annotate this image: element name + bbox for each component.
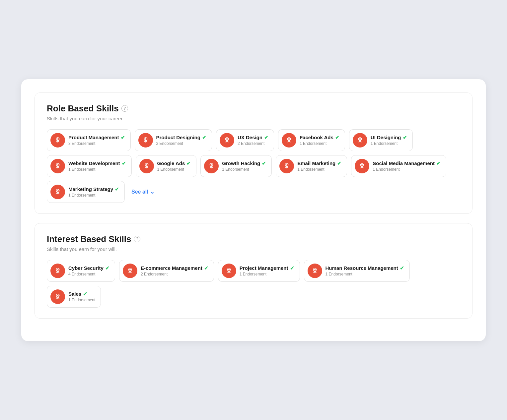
skill-name: Growth Hacking ✔ [222,160,266,166]
skill-info: E-commerce Management ✔ 2 Endorsement [141,265,208,276]
skill-name: Product Management ✔ [68,135,125,141]
skill-endorsement: 2 Endorsement [141,272,208,276]
skill-badge[interactable]: Website Development ✔ 1 Endorsement [47,155,132,177]
skill-name: Facebook Ads ✔ [300,135,339,141]
skill-endorsement: 2 Endorsement [238,141,268,146]
skill-badge[interactable]: E-commerce Management ✔ 2 Endorsement [119,260,214,282]
see-all-label: See all [131,189,148,195]
check-icon: ✔ [403,135,407,141]
chevron-down-icon: ⌄ [150,189,154,195]
role-title-text: Role Based Skills [47,103,119,114]
skill-endorsement: 4 Endorsement [68,272,109,276]
svg-point-19 [361,164,363,166]
svg-point-13 [146,164,147,166]
check-icon: ✔ [115,186,119,192]
skill-endorsement: 1 Endorsement [240,272,294,276]
check-icon: ✔ [436,160,441,166]
svg-point-1 [57,138,59,140]
skill-badge[interactable]: Social Media Management ✔ 1 Endorsement [351,155,446,177]
skill-badge[interactable]: Google Ads ✔ 1 Endorsement [136,155,197,177]
skill-name: Marketing Strategy ✔ [68,186,119,192]
skill-icon [50,185,65,199]
skill-endorsement: 1 Endorsement [157,167,191,172]
check-icon: ✔ [186,160,191,166]
skill-info: Human Resource Management ✔ 1 Endorsemen… [326,265,404,276]
skill-endorsement: 1 Endorsement [222,167,266,172]
skill-badge[interactable]: Growth Hacking ✔ 1 Endorsement [200,155,272,177]
skill-icon [50,159,65,173]
skill-icon [139,159,154,173]
check-icon: ✔ [335,135,339,141]
svg-point-25 [129,269,131,270]
role-question-icon[interactable]: ? [121,105,128,112]
check-icon: ✔ [204,265,208,271]
skill-name: Product Designing ✔ [156,135,206,141]
svg-point-31 [57,295,59,296]
skill-icon [138,133,153,148]
skill-name: UI Designing ✔ [371,135,407,141]
check-icon: ✔ [337,160,341,166]
check-icon: ✔ [121,135,125,141]
skill-endorsement: 1 Endorsement [300,141,339,146]
skill-info: Sales ✔ 1 Endorsement [68,291,95,302]
interest-based-skills-title: Interest Based Skills ? [47,234,460,244]
skill-badge[interactable]: Project Management ✔ 1 Endorsement [218,260,300,282]
svg-point-21 [57,190,59,192]
skill-icon [222,264,236,278]
svg-point-17 [286,164,288,166]
skill-icon [282,133,296,148]
skill-info: UX Design ✔ 2 Endorsement [238,135,268,146]
interest-based-skills-section: Interest Based Skills ? Skills that you … [35,223,472,319]
skill-endorsement: 1 Endorsement [373,167,441,172]
interest-subtitle: Skills that you earn for your will. [47,246,460,252]
skill-icon [204,159,219,173]
skill-badge[interactable]: Product Management ✔ 3 Endorsement [47,129,131,151]
skill-info: UI Designing ✔ 1 Endorsement [371,135,407,146]
skill-endorsement: 1 Endorsement [68,298,95,302]
skill-badge[interactable]: Email Marketing ✔ 1 Endorsement [276,155,347,177]
skill-name: Human Resource Management ✔ [326,265,404,271]
skill-badge[interactable]: Marketing Strategy ✔ 1 Endorsement [47,181,125,203]
svg-point-15 [211,164,212,166]
svg-point-9 [359,138,361,140]
check-icon: ✔ [264,135,268,141]
skill-info: Google Ads ✔ 1 Endorsement [157,160,191,172]
skill-name: E-commerce Management ✔ [141,265,208,271]
svg-point-27 [228,269,230,270]
skill-info: Product Management ✔ 3 Endorsement [68,135,125,146]
skill-name: Sales ✔ [68,291,95,297]
svg-point-3 [145,138,146,140]
skill-badge[interactable]: UI Designing ✔ 1 Endorsement [349,129,413,151]
skill-badge[interactable]: Human Resource Management ✔ 1 Endorsemen… [304,260,410,282]
skill-name: Google Ads ✔ [157,160,191,166]
check-icon: ✔ [262,160,266,166]
svg-point-11 [57,164,59,166]
skill-icon [279,159,294,173]
skill-info: Project Management ✔ 1 Endorsement [240,265,294,276]
skill-icon [353,133,367,148]
skill-icon [220,133,234,148]
skill-info: Growth Hacking ✔ 1 Endorsement [222,160,266,172]
skill-name: Website Development ✔ [68,160,126,166]
skill-badge[interactable]: Product Designing ✔ 2 Endorsement [135,129,212,151]
skill-info: Facebook Ads ✔ 1 Endorsement [300,135,339,146]
check-icon: ✔ [122,160,126,166]
role-skills-grid: Product Management ✔ 3 Endorsement Produ… [47,129,460,203]
skill-info: Marketing Strategy ✔ 1 Endorsement [68,186,119,198]
see-all-button[interactable]: See all ⌄ [129,189,157,195]
skill-name: Project Management ✔ [240,265,294,271]
svg-point-29 [314,269,316,270]
skill-info: Email Marketing ✔ 1 Endorsement [297,160,341,172]
outer-card: Role Based Skills ? Skills that you earn… [21,79,486,341]
skill-badge[interactable]: Facebook Ads ✔ 1 Endorsement [278,129,345,151]
skill-icon [50,289,65,304]
interest-question-icon[interactable]: ? [134,236,140,242]
check-icon: ✔ [290,265,294,271]
svg-point-7 [288,138,290,140]
skill-endorsement: 1 Endorsement [297,167,341,172]
skill-badge[interactable]: Cyber Security ✔ 4 Endorsement [47,260,115,282]
skill-badge[interactable]: UX Design ✔ 2 Endorsement [216,129,274,151]
interest-skills-grid: Cyber Security ✔ 4 Endorsement E-commerc… [47,260,460,308]
skill-badge[interactable]: Sales ✔ 1 Endorsement [47,286,101,308]
skill-icon [123,264,137,278]
